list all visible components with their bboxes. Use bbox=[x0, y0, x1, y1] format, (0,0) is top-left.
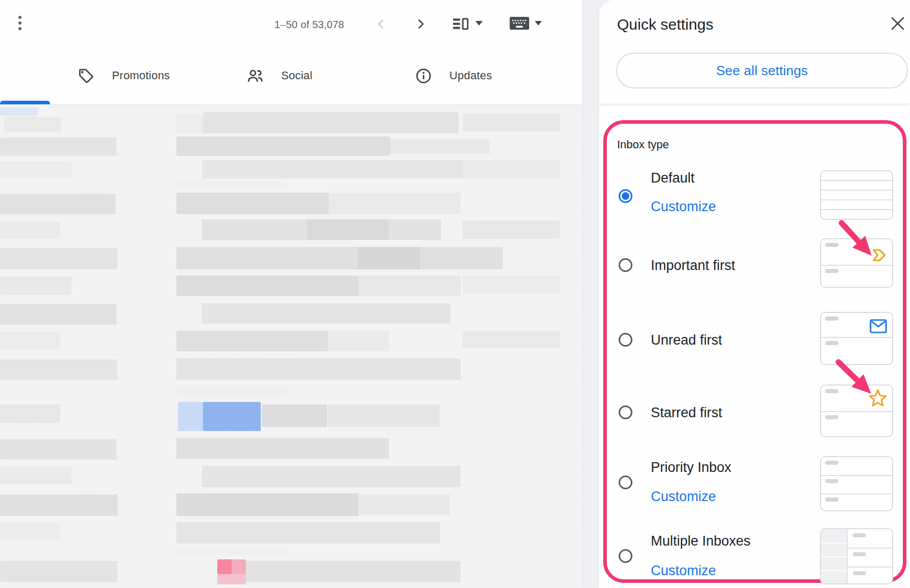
blurred-email-row-block bbox=[463, 276, 560, 294]
quick-settings-panel: Quick settings See all settings Inbox ty… bbox=[599, 0, 910, 588]
blurred-email-row-block bbox=[0, 359, 118, 380]
caret-down-icon bbox=[475, 21, 483, 26]
blurred-email-row-block bbox=[176, 114, 203, 133]
see-all-settings-label: See all settings bbox=[716, 63, 808, 79]
customize-link-priority-inbox[interactable]: Customize bbox=[651, 488, 716, 505]
radio-multiple-inboxes[interactable] bbox=[619, 549, 632, 563]
blurred-email-row-block bbox=[262, 404, 327, 427]
blurred-email-row-block bbox=[328, 404, 440, 427]
blurred-email-row-block bbox=[176, 493, 358, 516]
option-label-important-first[interactable]: Important first bbox=[651, 257, 735, 274]
blurred-email-row-block bbox=[463, 114, 560, 131]
customize-link-default[interactable]: Customize bbox=[651, 198, 716, 215]
importance-marker-icon bbox=[872, 247, 887, 263]
blurred-email-row-block bbox=[176, 358, 461, 380]
option-label-priority-inbox[interactable]: Priority Inbox bbox=[651, 459, 732, 476]
blurred-email-row-block bbox=[0, 404, 60, 423]
option-label-default[interactable]: Default bbox=[651, 170, 695, 186]
tag-icon bbox=[78, 67, 95, 84]
blurred-email-row-block bbox=[0, 162, 72, 177]
keyboard-icon bbox=[510, 17, 529, 30]
blurred-email-row-block bbox=[0, 523, 60, 540]
inbox-thumb-priority-inbox bbox=[820, 456, 893, 511]
customize-link-multiple-inboxes[interactable]: Customize bbox=[651, 562, 716, 579]
split-pane-icon bbox=[452, 16, 469, 32]
blurred-email-row-block bbox=[0, 194, 116, 214]
radio-priority-inbox[interactable] bbox=[619, 476, 632, 489]
unread-mail-icon bbox=[870, 319, 887, 333]
blurred-email-row-block bbox=[176, 193, 329, 214]
radio-unread-first[interactable] bbox=[619, 333, 632, 347]
close-panel-button[interactable] bbox=[891, 16, 906, 32]
blurred-email-row-block bbox=[217, 559, 232, 574]
blurred-email-row-block bbox=[359, 494, 450, 515]
input-tools-button[interactable] bbox=[509, 16, 530, 31]
people-icon bbox=[246, 67, 264, 84]
blurred-email-row-block bbox=[390, 139, 490, 154]
blurred-email-row-block bbox=[246, 561, 461, 582]
blurred-email-row-block bbox=[203, 112, 459, 133]
more-options-icon[interactable] bbox=[18, 16, 21, 30]
info-icon bbox=[415, 67, 432, 84]
blurred-email-row-block bbox=[176, 438, 389, 459]
see-all-settings-button[interactable]: See all settings bbox=[616, 53, 908, 88]
tab-promotions[interactable]: Promotions bbox=[78, 49, 170, 102]
radio-starred-first[interactable] bbox=[619, 405, 632, 419]
blurred-email-row-block bbox=[358, 247, 420, 269]
split-pane-toggle-button[interactable] bbox=[452, 15, 469, 33]
blurred-email-row-block bbox=[329, 193, 461, 214]
panel-title: Quick settings bbox=[617, 16, 713, 33]
radio-important-first[interactable] bbox=[619, 258, 632, 272]
pagination-count: 1–50 of 53,078 bbox=[266, 19, 353, 31]
blurred-email-row-block bbox=[0, 561, 118, 582]
newer-page-button[interactable] bbox=[373, 16, 389, 32]
email-list-blurred[interactable] bbox=[0, 104, 582, 588]
inbox-thumb-default bbox=[820, 170, 893, 220]
option-label-starred-first[interactable]: Starred first bbox=[651, 404, 722, 421]
inbox-type-heading: Inbox type bbox=[617, 138, 669, 151]
blurred-email-row-block bbox=[307, 219, 389, 240]
star-icon bbox=[868, 389, 888, 408]
blurred-email-row-block bbox=[176, 137, 390, 156]
blurred-email-row-block bbox=[232, 559, 246, 574]
blurred-email-row-block bbox=[0, 248, 118, 269]
blurred-email-row-block bbox=[176, 276, 358, 296]
chevron-left-icon bbox=[374, 17, 388, 31]
blurred-email-row-block bbox=[202, 466, 461, 487]
inbox-thumb-starred-first bbox=[820, 385, 893, 437]
tab-social[interactable]: Social bbox=[246, 49, 312, 102]
older-page-button[interactable] bbox=[413, 16, 428, 32]
tab-label: Promotions bbox=[112, 69, 170, 82]
blurred-email-row-block bbox=[176, 180, 286, 189]
option-label-unread-first[interactable]: Unread first bbox=[651, 332, 722, 348]
option-label-multiple-inboxes[interactable]: Multiple Inboxes bbox=[651, 533, 750, 549]
blurred-email-row-block bbox=[463, 160, 560, 178]
blurred-email-row-block bbox=[0, 107, 38, 116]
blurred-email-row-block bbox=[176, 550, 287, 556]
active-tab-indicator bbox=[0, 101, 50, 104]
blurred-email-row-block bbox=[202, 160, 501, 178]
gmail-screen: 1–50 of 53,078 bbox=[0, 0, 910, 588]
blurred-email-row-block bbox=[176, 522, 440, 544]
chevron-right-icon bbox=[414, 17, 427, 31]
radio-default[interactable] bbox=[619, 189, 632, 203]
blurred-email-row-block bbox=[176, 387, 287, 395]
blurred-email-row-block bbox=[178, 402, 203, 431]
split-pane-dropdown[interactable] bbox=[475, 21, 483, 26]
tab-updates[interactable]: Updates bbox=[415, 49, 492, 102]
blurred-email-row-block bbox=[0, 304, 117, 325]
blurred-email-row-block bbox=[0, 332, 60, 349]
inbox-thumb-multiple-inboxes bbox=[820, 528, 893, 584]
blurred-email-row-block bbox=[463, 220, 560, 239]
blurred-email-row-block bbox=[463, 331, 560, 348]
inbox-thumb-unread-first bbox=[820, 312, 893, 365]
blurred-email-row-block bbox=[176, 331, 328, 351]
caret-down-icon bbox=[535, 21, 542, 26]
inbox-thumb-important-first bbox=[820, 238, 893, 288]
mail-list-pane: 1–50 of 53,078 bbox=[0, 0, 583, 588]
blurred-email-row-block bbox=[0, 439, 117, 460]
close-icon bbox=[891, 16, 905, 31]
input-tools-dropdown[interactable] bbox=[535, 21, 542, 26]
blurred-email-row-block bbox=[202, 303, 450, 324]
blurred-email-row-block bbox=[358, 276, 461, 296]
